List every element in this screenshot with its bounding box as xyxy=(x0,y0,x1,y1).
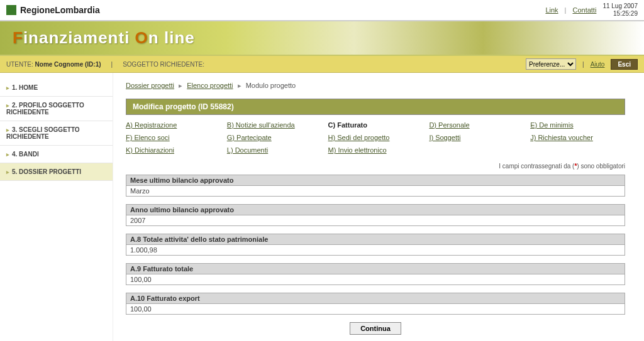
content-area: Dossier progetti ▸ Elenco progetti ▸ Mod… xyxy=(113,73,644,341)
brand-area: RegioneLombardia xyxy=(6,5,100,15)
userbar-right: Preferenze... | Aiuto Esci xyxy=(526,58,638,70)
tab-j[interactable]: J) Richiesta voucher xyxy=(530,134,625,141)
brand-icon xyxy=(6,5,16,15)
sidebar-item-1[interactable]: 2. PROFILO SOGGETTO RICHIEDENTE xyxy=(0,97,113,121)
field-value[interactable]: 100,00 xyxy=(126,304,625,314)
sidebar-item-4[interactable]: 5. DOSSIER PROGETTI xyxy=(0,163,113,181)
sidebar-item-0[interactable]: 1. HOME xyxy=(0,79,113,97)
tab-e[interactable]: E) De minimis xyxy=(530,121,625,129)
chevron-right-icon: ▸ xyxy=(238,82,242,89)
sidebar-item-2[interactable]: 3. SCEGLI SOGGETTO RICHIEDENTE xyxy=(0,121,113,146)
field-2: A.8 Totale attivita' dello stato patrimo… xyxy=(126,234,625,256)
separator: | xyxy=(582,61,584,68)
field-label: A.10 Fatturato export xyxy=(126,293,625,304)
time-line: 15:25:29 xyxy=(602,10,638,18)
banner-title: Finanziamenti On line xyxy=(13,28,195,48)
tab-i[interactable]: I) Soggetti xyxy=(429,134,524,141)
user-bar: UTENTE: Nome Cognome (ID:1) | SOGGETTO R… xyxy=(0,56,644,73)
tab-h[interactable]: H) Sedi del progetto xyxy=(328,134,423,141)
esci-button[interactable]: Esci xyxy=(611,59,638,70)
field-1: Anno ultimo bilancio approvato2007 xyxy=(126,204,625,226)
field-3: A.9 Fatturato totale100,00 xyxy=(126,263,625,285)
field-label: A.9 Fatturato totale xyxy=(126,264,625,274)
top-bar: RegioneLombardia Link | Contatti 11 Lug … xyxy=(0,0,644,21)
field-value[interactable]: 1.000,98 xyxy=(126,245,625,255)
soggetto-label: SOGGETTO RICHIEDENTE: xyxy=(123,61,204,68)
userbar-left: UTENTE: Nome Cognome (ID:1) | SOGGETTO R… xyxy=(6,61,204,68)
sidebar-item-3[interactable]: 4. BANDI xyxy=(0,146,113,163)
field-4: A.10 Fatturato export100,00 xyxy=(126,293,625,315)
tab-g[interactable]: G) Partecipate xyxy=(227,134,322,141)
timestamp: 11 Lug 2007 15:25:29 xyxy=(602,3,638,18)
field-value[interactable]: 2007 xyxy=(126,215,625,225)
tab-l[interactable]: L) Documenti xyxy=(227,146,322,154)
link-contatti[interactable]: Contatti xyxy=(572,6,596,14)
banner: Finanziamenti On line xyxy=(0,21,644,56)
breadcrumb-dossier[interactable]: Dossier progetti xyxy=(126,82,174,89)
preferenze-select[interactable]: Preferenze... xyxy=(526,58,576,70)
separator: | xyxy=(565,6,567,14)
continue-button[interactable]: Continua xyxy=(350,322,401,335)
breadcrumb: Dossier progetti ▸ Elenco progetti ▸ Mod… xyxy=(126,82,625,90)
brand-text: RegioneLombardia xyxy=(20,5,100,15)
tab-m[interactable]: M) Invio elettronico xyxy=(328,146,423,154)
section-title: Modifica progetto (ID 55882) xyxy=(126,99,625,115)
field-value[interactable]: Marzo xyxy=(126,186,625,196)
date-line: 11 Lug 2007 xyxy=(602,3,638,10)
aiuto-link[interactable]: Aiuto xyxy=(591,61,605,68)
breadcrumb-current: Modulo progetto xyxy=(246,82,296,89)
tab-f[interactable]: F) Elenco soci xyxy=(126,134,221,141)
field-label: Mese ultimo bilancio approvato xyxy=(126,175,625,186)
utente-label: UTENTE: xyxy=(6,61,33,68)
field-label: Anno ultimo bilancio approvato xyxy=(126,205,625,215)
tab-c: C) Fatturato xyxy=(328,121,423,129)
main-wrapper: 1. HOME2. PROFILO SOGGETTO RICHIEDENTE3.… xyxy=(0,73,644,341)
continue-row: Continua xyxy=(126,322,625,335)
tab-grid: A) RegistrazioneB) Notizie sull'aziendaC… xyxy=(126,121,625,154)
link-link[interactable]: Link xyxy=(545,6,558,14)
utente-block: UTENTE: Nome Cognome (ID:1) xyxy=(6,61,101,68)
field-0: Mese ultimo bilancio approvatoMarzo xyxy=(126,175,625,197)
field-value[interactable]: 100,00 xyxy=(126,274,625,284)
tab-k[interactable]: K) Dichiarazioni xyxy=(126,146,221,154)
sidebar: 1. HOME2. PROFILO SOGGETTO RICHIEDENTE3.… xyxy=(0,73,113,341)
breadcrumb-elenco[interactable]: Elenco progetti xyxy=(187,82,233,89)
separator: | xyxy=(111,61,113,68)
top-right-links: Link | Contatti 11 Lug 2007 15:25:29 xyxy=(545,3,638,18)
tab-b[interactable]: B) Notizie sull'azienda xyxy=(227,121,322,129)
tab-a[interactable]: A) Registrazione xyxy=(126,121,221,129)
field-label: A.8 Totale attivita' dello stato patrimo… xyxy=(126,234,625,245)
tab-d[interactable]: D) Personale xyxy=(429,121,524,129)
chevron-right-icon: ▸ xyxy=(179,82,182,89)
required-note: I campi contrassegnati da (*) sono obbli… xyxy=(126,163,625,170)
utente-value: Nome Cognome (ID:1) xyxy=(35,61,101,68)
fields-container: Mese ultimo bilancio approvatoMarzoAnno … xyxy=(126,175,625,315)
